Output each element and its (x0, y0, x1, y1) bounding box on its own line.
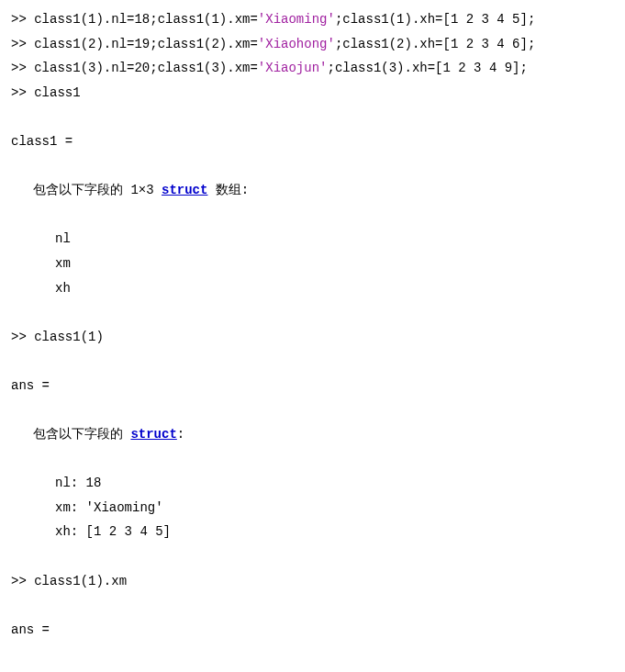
text-segment: 包含以下字段的 (33, 427, 130, 442)
cmd-line-5: >> class1(1) (11, 325, 614, 350)
cmd-line-2: >> class1(2).nl=19;class1(2).xm='Xiaohon… (11, 32, 614, 57)
blank-line (11, 544, 614, 569)
code-segment: class1(1).nl=18;class1(1).xm= (34, 12, 258, 27)
struct-link[interactable]: struct (130, 427, 176, 442)
code-segment: ;class1(2).xh=[1 2 3 4 6]; (335, 37, 535, 51)
prompt: >> (11, 37, 34, 51)
field-name: nl (11, 227, 614, 252)
code-segment: ;class1(3).xh=[1 2 3 4 9]; (327, 61, 527, 75)
prompt: >> (11, 61, 34, 75)
blank-line (11, 349, 614, 374)
code-segment: class1(3).nl=20;class1(3).xm= (34, 61, 258, 75)
cmd-line-1: >> class1(1).nl=18;class1(1).xm='Xiaomin… (11, 7, 614, 32)
output-value: 'Xiaoming' (11, 666, 614, 672)
struct-link[interactable]: struct (162, 183, 207, 197)
output-var: ans = (11, 618, 614, 643)
text-segment: 包含以下字段的 1×3 (33, 183, 162, 197)
cmd-line-6: >> class1(1).xm (11, 569, 614, 594)
field-name: xh (11, 276, 614, 301)
field-value: xm: 'Xiaoming' (11, 496, 614, 521)
cmd-line-3: >> class1(3).nl=20;class1(3).xm='Xiaojun… (11, 56, 614, 81)
prompt: >> (11, 12, 34, 27)
field-value: nl: 18 (11, 471, 614, 496)
code-segment: class1(2).nl=19;class1(2).xm= (34, 37, 258, 51)
output-struct-desc: 包含以下字段的 struct: (11, 422, 614, 447)
output-var: class1 = (11, 129, 614, 154)
blank-line (11, 203, 614, 228)
code-segment: class1(1) (34, 330, 104, 344)
field-name: xm (11, 252, 614, 276)
field-value: xh: [1 2 3 4 5] (11, 520, 614, 544)
string-literal: 'Xiaoming' (258, 12, 335, 27)
prompt: >> (11, 85, 34, 100)
output-struct-desc: 包含以下字段的 1×3 struct 数组: (11, 178, 614, 203)
prompt: >> (11, 574, 34, 588)
text-segment: 数组: (207, 183, 249, 197)
blank-line (11, 105, 614, 129)
code-segment: class1(1).xm (34, 574, 127, 588)
blank-line (11, 447, 614, 472)
blank-line (11, 154, 614, 179)
code-segment: class1 (34, 85, 80, 100)
string-literal: 'Xiaohong' (258, 37, 335, 51)
text-segment: : (177, 427, 184, 442)
prompt: >> (11, 330, 34, 344)
blank-line (11, 593, 614, 618)
string-literal: 'Xiaojun' (258, 61, 328, 75)
cmd-line-4: >> class1 (11, 81, 614, 106)
output-var: ans = (11, 374, 614, 398)
code-segment: ;class1(1).xh=[1 2 3 4 5]; (335, 12, 535, 27)
blank-line (11, 300, 614, 325)
blank-line (11, 642, 614, 666)
blank-line (11, 398, 614, 423)
